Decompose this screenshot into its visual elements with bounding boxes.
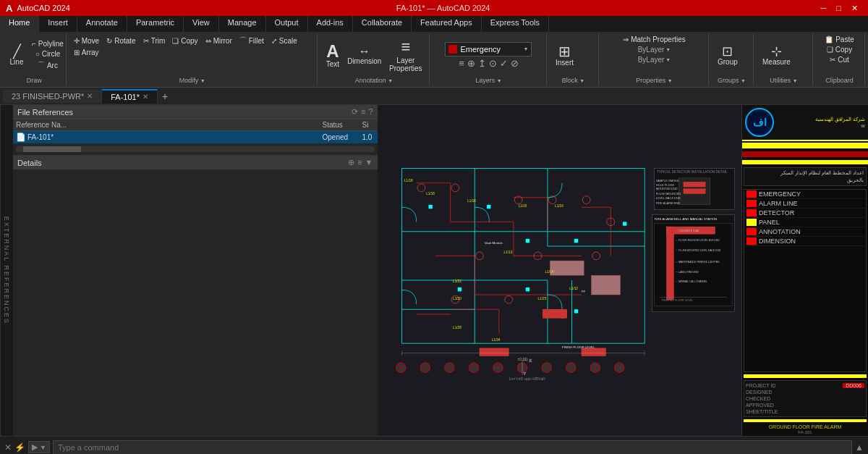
layer-properties-button[interactable]: ≡ Layer Properties [386, 35, 426, 75]
tab-add-ins[interactable]: Add-ins [308, 16, 353, 32]
svg-rect-95 [666, 227, 673, 300]
layers-group: Emergency ▼ ≡ ⊕ ↥ ⊙ ✓ ⊘ Layers ▼ [431, 33, 547, 85]
array-icon: ⊞ [74, 49, 80, 56]
tab-manage[interactable]: Manage [219, 16, 266, 32]
mirror-button[interactable]: ⇔Mirror [203, 36, 235, 46]
external-references-sidebar[interactable]: EXTERNAL REFERENCES [0, 105, 13, 436]
trim-button[interactable]: ✂Trim [140, 36, 169, 46]
tab-collaborate[interactable]: Collaborate [353, 16, 412, 32]
detail-label-designed: DESIGNED [746, 390, 773, 395]
details-icon-3[interactable]: ▼ [365, 158, 373, 167]
app-icon: A [6, 3, 12, 14]
layer-item-3: DETECTOR [744, 209, 866, 218]
file-ref-settings-icon[interactable]: ? [368, 107, 373, 117]
file-references-row[interactable]: 📄 FA-101* Opened 1.0 [13, 131, 378, 143]
layer-tool-2[interactable]: ⊕ [467, 58, 475, 69]
ribbon-content: ╱ Line ⌐Polyline ○Circle ⌒Arc Draw [0, 32, 868, 87]
match-properties-button[interactable]: ⇒ Match Properties [620, 35, 689, 44]
doc-tab-fa101-close[interactable]: ✕ [142, 93, 148, 101]
file-ref-refresh-icon[interactable]: ⟳ [352, 107, 358, 117]
svg-rect-29 [623, 222, 626, 225]
scroll-thumb[interactable] [23, 146, 81, 152]
draw-group: ╱ Line ⌐Polyline ○Circle ⌒Arc Draw [3, 33, 67, 85]
yellow-bar-3 [744, 374, 867, 378]
svg-text:FLUSH MOUNTED LEVEL BACK END: FLUSH MOUNTED LEVEL BACK END [678, 249, 721, 252]
file-cell-status: Opened [320, 131, 359, 143]
arc-button[interactable]: ⌒Arc [29, 59, 67, 71]
tab-output[interactable]: Output [266, 16, 308, 32]
svg-text:SAMPLE SMOKE: SAMPLE SMOKE [655, 179, 678, 182]
svg-text:FINISHED FLOOR LEVEL: FINISHED FLOOR LEVEL [661, 299, 692, 302]
command-line-icon-1[interactable]: ✕ [4, 442, 12, 453]
copy-button[interactable]: ❑Copy [169, 36, 200, 46]
file-ref-menu-icon[interactable]: ≡ [361, 107, 365, 117]
details-icon-1[interactable]: ⊕ [348, 158, 354, 167]
command-dropdown[interactable]: ▶ ▼ [28, 441, 50, 453]
insert-button[interactable]: ⊞ Insert [551, 41, 578, 70]
tab-featured-apps[interactable]: Featured Apps [412, 16, 482, 32]
add-doc-tab-button[interactable]: + [158, 91, 172, 102]
color-bylayer-arrow[interactable]: ▼ [665, 47, 671, 52]
detail-value-project: DD006 [843, 383, 864, 388]
layer-tool-4[interactable]: ⊙ [489, 58, 497, 69]
measure-button[interactable]: ⊹ Measure [758, 42, 795, 69]
layer-2-color [746, 200, 757, 207]
layer-tool-6[interactable]: ⊘ [511, 58, 519, 69]
command-line: ✕ ⚡ ▶ ▼ ▲ [0, 436, 868, 454]
svg-text:L1/16: L1/16 [555, 204, 563, 208]
text-button[interactable]: A Text [322, 40, 344, 71]
properties-controls: ⇒ Match Properties ByLayer ▼ ByLayer ▼ [603, 35, 705, 75]
group-icon: ⊡ [722, 45, 733, 58]
linetype-bylayer-label: ByLayer [638, 56, 665, 64]
svg-rect-26 [487, 205, 490, 209]
layer-tool-1[interactable]: ≡ [459, 58, 464, 69]
circle-button[interactable]: ○Circle [29, 49, 67, 59]
polyline-button[interactable]: ⌐Polyline [29, 39, 67, 49]
move-button[interactable]: ✛Move [71, 36, 102, 46]
detail-label-checked: CHECKED [746, 396, 770, 401]
red-bar-1 [742, 151, 868, 157]
paste-button[interactable]: 📋 Paste [822, 35, 857, 44]
tab-home[interactable]: Home [0, 16, 39, 32]
minimize-btn[interactable]: ─ [817, 4, 831, 13]
groups-label: Groups ▼ [713, 75, 750, 84]
svg-text:FIRE ALARM END: FIRE ALARM END [655, 201, 680, 205]
linetype-bylayer-arrow[interactable]: ▼ [665, 57, 671, 62]
doc-tab-fa101[interactable]: FA-101* ✕ [102, 89, 158, 104]
current-layer-dropdown[interactable]: Emergency ▼ [445, 42, 532, 56]
tab-insert[interactable]: Insert [39, 16, 77, 32]
external-references-label: EXTERNAL REFERENCES [4, 217, 11, 324]
doc-tab-finished-pwr-close[interactable]: ✕ [87, 92, 93, 100]
group-button[interactable]: ⊡ Group [713, 42, 742, 69]
command-scroll-up[interactable]: ▲ [855, 442, 864, 453]
scale-button[interactable]: ⤢Scale [268, 36, 300, 46]
modify-group: ✛Move ↻Rotate ✂Trim ❑Copy ⇔Mirror ⌒Fille… [68, 33, 318, 85]
fillet-button[interactable]: ⌒Fillet [237, 35, 267, 46]
file-references-icons: ⟳ ≡ ? [352, 107, 373, 117]
cut-button[interactable]: ✂ Cut [827, 55, 852, 64]
clipboard-copy-button[interactable]: ❑ Copy [824, 45, 855, 54]
file-references-panel: File References ⟳ ≡ ? Reference Na... St… [13, 105, 378, 436]
command-input[interactable] [53, 440, 852, 455]
detail-label-project: PROJECT ID [746, 383, 776, 388]
doc-tab-finished-pwr[interactable]: 23 FINISHED-PWR* ✕ [3, 90, 102, 103]
company-name-ar: شركة المرافق الهندسية [777, 117, 865, 122]
svg-rect-94 [654, 223, 731, 306]
tab-annotate[interactable]: Annotate [77, 16, 127, 32]
line-button[interactable]: ╱ Line [6, 42, 27, 69]
details-icon-2[interactable]: ≡ [357, 158, 362, 167]
scroll-bar[interactable] [16, 146, 375, 152]
svg-text:HOLE FLUSH: HOLE FLUSH [655, 183, 673, 187]
tab-parametric[interactable]: Parametric [127, 16, 184, 32]
layer-tool-3[interactable]: ↥ [478, 58, 486, 69]
command-line-icon-2[interactable]: ⚡ [14, 442, 25, 453]
dimension-button[interactable]: ↔ Dimension [345, 43, 384, 68]
layer-tool-5[interactable]: ✓ [500, 58, 508, 69]
array-button[interactable]: ⊞Array [71, 48, 102, 57]
close-btn[interactable]: ✕ [847, 4, 862, 13]
tab-express-tools[interactable]: Express Tools [482, 16, 549, 32]
rotate-button[interactable]: ↻Rotate [103, 36, 138, 46]
cad-canvas-area: L1/18 L1/16 L1/16 L1/15 L1/16 L1/13 L1/1… [378, 105, 742, 436]
maximize-btn[interactable]: □ [832, 4, 846, 13]
tab-view[interactable]: View [184, 16, 219, 32]
